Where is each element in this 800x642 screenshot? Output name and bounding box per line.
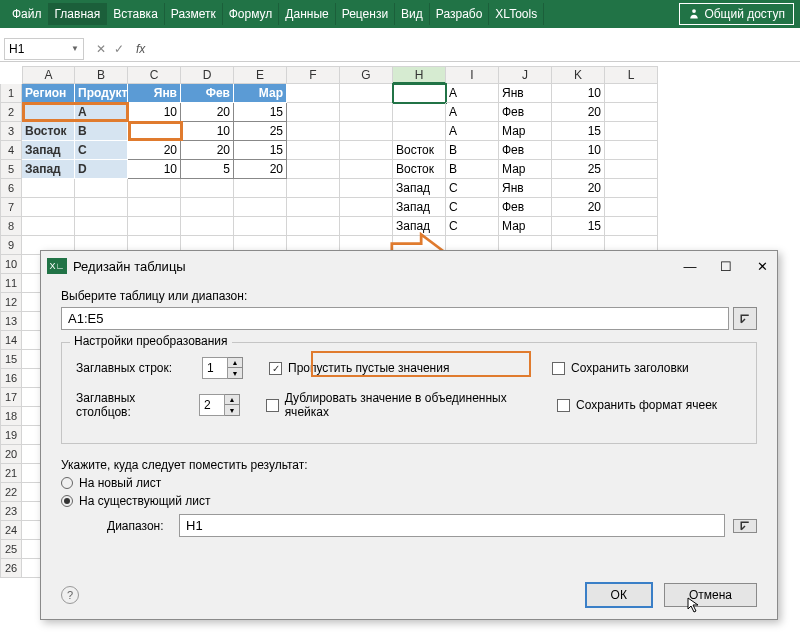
row-header-2[interactable]: 2 [0, 103, 22, 122]
cell-L6[interactable] [605, 179, 658, 198]
cell-K5[interactable]: 25 [552, 160, 605, 179]
row-header-19[interactable]: 19 [0, 426, 22, 445]
keep-headers-checkbox[interactable]: Сохранить заголовки [552, 361, 742, 375]
tab-view[interactable]: Вид [395, 3, 430, 25]
cell-D8[interactable] [181, 217, 234, 236]
cell-G2[interactable] [340, 103, 393, 122]
radio-new-sheet[interactable]: На новый лист [61, 476, 757, 490]
help-button[interactable]: ? [61, 586, 79, 604]
row-header-14[interactable]: 14 [0, 331, 22, 350]
spin-down-icon[interactable]: ▼ [225, 405, 239, 415]
cell-B2[interactable]: A [75, 103, 128, 122]
cell-A5[interactable]: Запад [22, 160, 75, 179]
cancel-button[interactable]: Отмена [664, 583, 757, 607]
row-header-23[interactable]: 23 [0, 502, 22, 521]
cell-I6[interactable]: C [446, 179, 499, 198]
cell-A7[interactable] [22, 198, 75, 217]
row-header-5[interactable]: 5 [0, 160, 22, 179]
cell-H7[interactable]: Запад [393, 198, 446, 217]
col-header-K[interactable]: K [552, 66, 605, 84]
cell-L1[interactable] [605, 84, 658, 103]
maximize-button[interactable]: ☐ [717, 257, 735, 275]
cell-B4[interactable]: C [75, 141, 128, 160]
cell-K8[interactable]: 15 [552, 217, 605, 236]
cell-E2[interactable]: 15 [234, 103, 287, 122]
cell-B8[interactable] [75, 217, 128, 236]
cell-F2[interactable] [287, 103, 340, 122]
cell-L3[interactable] [605, 122, 658, 141]
cell-B1[interactable]: Продукт [75, 84, 128, 103]
header-cols-input[interactable] [199, 394, 225, 416]
cell-J8[interactable]: Мар [499, 217, 552, 236]
tab-insert[interactable]: Вставка [107, 3, 165, 25]
cell-G5[interactable] [340, 160, 393, 179]
fx-label[interactable]: fx [132, 42, 145, 56]
row-header-10[interactable]: 10 [0, 255, 22, 274]
col-header-A[interactable]: A [22, 66, 75, 84]
row-header-8[interactable]: 8 [0, 217, 22, 236]
cell-E1[interactable]: Мар [234, 84, 287, 103]
cell-B7[interactable] [75, 198, 128, 217]
cell-G3[interactable] [340, 122, 393, 141]
dest-range-input[interactable] [179, 514, 725, 537]
range-picker-button[interactable] [733, 307, 757, 330]
cell-D1[interactable]: Фев [181, 84, 234, 103]
cell-F7[interactable] [287, 198, 340, 217]
cell-B6[interactable] [75, 179, 128, 198]
cell-C6[interactable] [128, 179, 181, 198]
cell-E3[interactable]: 25 [234, 122, 287, 141]
row-header-12[interactable]: 12 [0, 293, 22, 312]
cell-F8[interactable] [287, 217, 340, 236]
tab-formulas[interactable]: Формул [223, 3, 280, 25]
tab-dev[interactable]: Разрабо [430, 3, 490, 25]
cancel-icon[interactable]: ✕ [96, 42, 106, 56]
col-header-I[interactable]: I [446, 66, 499, 84]
dest-range-picker-button[interactable] [733, 519, 757, 533]
row-header-13[interactable]: 13 [0, 312, 22, 331]
cell-G4[interactable] [340, 141, 393, 160]
row-header-4[interactable]: 4 [0, 141, 22, 160]
chevron-down-icon[interactable]: ▼ [71, 44, 79, 53]
cell-L5[interactable] [605, 160, 658, 179]
keep-format-checkbox[interactable]: Сохранить формат ячеек [557, 398, 742, 412]
col-header-J[interactable]: J [499, 66, 552, 84]
cell-G7[interactable] [340, 198, 393, 217]
row-header-16[interactable]: 16 [0, 369, 22, 388]
spin-up-icon[interactable]: ▲ [225, 395, 239, 405]
col-header-E[interactable]: E [234, 66, 287, 84]
cell-G1[interactable] [340, 84, 393, 103]
cell-F3[interactable] [287, 122, 340, 141]
row-header-15[interactable]: 15 [0, 350, 22, 369]
cell-I5[interactable]: B [446, 160, 499, 179]
cell-L2[interactable] [605, 103, 658, 122]
tab-home[interactable]: Главная [49, 3, 108, 25]
cell-H6[interactable]: Запад [393, 179, 446, 198]
cell-C5[interactable]: 10 [128, 160, 181, 179]
cell-E8[interactable] [234, 217, 287, 236]
cell-A2[interactable] [22, 103, 75, 122]
cell-G8[interactable] [340, 217, 393, 236]
row-header-26[interactable]: 26 [0, 559, 22, 578]
col-header-C[interactable]: C [128, 66, 181, 84]
cell-J1[interactable]: Янв [499, 84, 552, 103]
col-header-G[interactable]: G [340, 66, 393, 84]
share-button[interactable]: Общий доступ [679, 3, 794, 25]
cell-C3[interactable] [128, 122, 181, 141]
cell-I2[interactable]: A [446, 103, 499, 122]
cell-J7[interactable]: Фев [499, 198, 552, 217]
cell-K7[interactable]: 20 [552, 198, 605, 217]
cell-A8[interactable] [22, 217, 75, 236]
cell-H3[interactable] [393, 122, 446, 141]
cell-J3[interactable]: Мар [499, 122, 552, 141]
row-header-1[interactable]: 1 [0, 84, 22, 103]
cell-K1[interactable]: 10 [552, 84, 605, 103]
cell-I4[interactable]: B [446, 141, 499, 160]
tab-file[interactable]: Файл [6, 3, 49, 25]
cell-J6[interactable]: Янв [499, 179, 552, 198]
cell-A3[interactable]: Восток [22, 122, 75, 141]
cell-F5[interactable] [287, 160, 340, 179]
header-cols-spinner[interactable]: ▲▼ [199, 394, 240, 416]
cell-B3[interactable]: B [75, 122, 128, 141]
row-header-20[interactable]: 20 [0, 445, 22, 464]
cell-K3[interactable]: 15 [552, 122, 605, 141]
